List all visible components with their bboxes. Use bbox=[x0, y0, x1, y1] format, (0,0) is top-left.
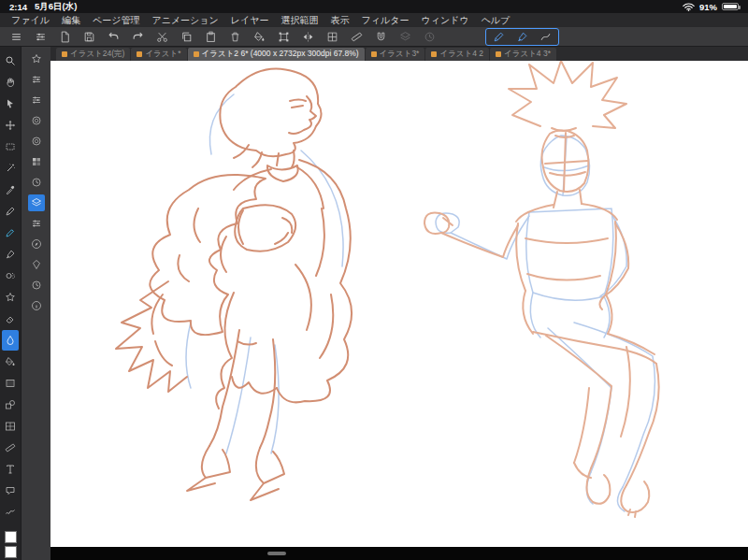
cmd-main-menu[interactable] bbox=[5, 29, 28, 45]
document-tab-label: イラスト24(完) bbox=[70, 49, 124, 60]
cmd-paste[interactable] bbox=[199, 29, 223, 45]
cmd-onion-skin[interactable] bbox=[418, 29, 441, 45]
palette-icon bbox=[31, 197, 42, 208]
menu-item[interactable]: 表示 bbox=[331, 14, 350, 27]
document-tab[interactable]: イラスト4 3* bbox=[490, 48, 556, 61]
menu-item[interactable]: ファイル bbox=[11, 14, 50, 27]
tool-decoration[interactable] bbox=[2, 287, 19, 308]
cmd-icon bbox=[302, 31, 314, 43]
tool-operation[interactable] bbox=[2, 93, 19, 114]
palette-layer[interactable] bbox=[28, 194, 45, 211]
cmd-fill[interactable] bbox=[248, 29, 271, 45]
menu-item[interactable]: 編集 bbox=[62, 14, 80, 27]
menu-item[interactable]: ウィンドウ bbox=[421, 14, 468, 27]
tool-layer-move[interactable] bbox=[2, 115, 19, 136]
cmd-redo[interactable] bbox=[126, 29, 150, 45]
document-tab[interactable]: イラスト2 6* (4000 x 2732px 300dpi 67.8%) bbox=[188, 48, 365, 61]
cmd-icon bbox=[156, 31, 168, 43]
cmd-transform[interactable] bbox=[272, 29, 295, 45]
cmd-snap-special-ruler[interactable] bbox=[369, 29, 393, 45]
cmd-copy[interactable] bbox=[175, 29, 198, 45]
menu-item[interactable]: アニメーション bbox=[151, 14, 218, 27]
tool-shortcut-brush-blue[interactable] bbox=[511, 29, 534, 45]
document-tab[interactable]: イラスト* bbox=[131, 48, 186, 61]
document-tab-label: イラスト3* bbox=[380, 49, 420, 60]
document-thumbnail-icon bbox=[496, 51, 501, 57]
tool-ruler[interactable] bbox=[2, 438, 19, 458]
menu-item[interactable]: レイヤー bbox=[231, 14, 269, 27]
tool-pencil[interactable] bbox=[2, 223, 19, 243]
tool-icon bbox=[5, 507, 16, 518]
tool-blend[interactable] bbox=[2, 330, 19, 351]
tool-pen[interactable] bbox=[2, 201, 19, 222]
palette-color-wheel[interactable] bbox=[28, 133, 45, 150]
cmd-snap-ruler[interactable] bbox=[345, 29, 368, 45]
cmd-flip-horizontal[interactable] bbox=[296, 29, 320, 45]
menu-item[interactable]: フィルター bbox=[362, 14, 410, 27]
tool-gradient[interactable] bbox=[2, 373, 19, 394]
menu-item[interactable]: ヘルプ bbox=[482, 14, 511, 27]
palette-material[interactable] bbox=[28, 256, 45, 273]
document-tab-label: イラスト4 3* bbox=[504, 49, 551, 60]
tool-brush[interactable] bbox=[2, 244, 19, 265]
cmd-cut[interactable] bbox=[151, 29, 174, 45]
tool-eyedropper[interactable] bbox=[2, 179, 19, 200]
palette-tool-property[interactable] bbox=[28, 92, 45, 108]
tool-icon bbox=[5, 98, 16, 109]
tool-line-correction[interactable] bbox=[2, 502, 19, 523]
tool-icon bbox=[5, 292, 16, 303]
battery-percent-text: 91% bbox=[699, 2, 717, 12]
palette-brush-size[interactable] bbox=[28, 112, 45, 129]
cmd-light-table[interactable] bbox=[394, 29, 417, 45]
cmd-undo[interactable] bbox=[102, 29, 125, 45]
document-thumbnail-icon bbox=[371, 51, 377, 57]
cmd-save[interactable] bbox=[78, 29, 101, 45]
cmd-delete[interactable] bbox=[223, 29, 247, 45]
drawing-canvas[interactable] bbox=[50, 61, 748, 547]
tool-eraser[interactable] bbox=[2, 309, 19, 329]
cmd-icon bbox=[35, 31, 47, 43]
tool-figure[interactable] bbox=[2, 395, 19, 415]
menu-item[interactable]: ページ管理 bbox=[93, 14, 139, 27]
palette-color-history[interactable] bbox=[28, 174, 45, 191]
tool-airbrush[interactable] bbox=[2, 266, 19, 286]
tool-shortcut-pen-blue[interactable] bbox=[487, 29, 511, 45]
menu-item[interactable]: 選択範囲 bbox=[281, 14, 319, 27]
palette-navigator[interactable] bbox=[28, 236, 45, 252]
cmd-workspace[interactable] bbox=[29, 29, 52, 45]
document-tab[interactable]: イラスト3* bbox=[366, 48, 425, 61]
document-tab[interactable]: イラスト4 2 bbox=[425, 48, 489, 61]
palette-icon bbox=[31, 156, 42, 167]
tool-icon bbox=[5, 120, 16, 131]
cmd-new-file[interactable] bbox=[53, 29, 77, 45]
tool-frame-border[interactable] bbox=[2, 416, 19, 437]
palette-sub-tool[interactable] bbox=[28, 71, 45, 88]
cmd-icon bbox=[424, 31, 436, 43]
cmd-icon bbox=[229, 31, 241, 43]
main-color-swatch[interactable] bbox=[5, 531, 17, 543]
drag-handle[interactable] bbox=[267, 552, 286, 555]
tool-move-canvas[interactable] bbox=[2, 72, 19, 93]
cmd-grid[interactable] bbox=[321, 29, 344, 45]
palette-color-set[interactable] bbox=[28, 153, 45, 170]
cmd-icon bbox=[351, 31, 363, 43]
document-tab-label: イラスト2 6* (4000 x 2732px 300dpi 67.8%) bbox=[202, 49, 359, 60]
palette-icon bbox=[31, 218, 42, 229]
tool-icon bbox=[5, 270, 16, 281]
tool-auto-select[interactable] bbox=[2, 158, 19, 179]
tool-text[interactable] bbox=[2, 459, 19, 480]
document-tab[interactable]: イラスト24(完) bbox=[56, 48, 130, 61]
tool-balloon[interactable] bbox=[2, 481, 19, 501]
canvas-artwork bbox=[50, 61, 748, 547]
clock-text: 2:14 bbox=[9, 2, 27, 12]
tool-selection[interactable] bbox=[2, 136, 19, 157]
palette-quick-access[interactable] bbox=[28, 50, 45, 67]
palette-information[interactable] bbox=[28, 297, 45, 314]
tool-shortcut-curve[interactable] bbox=[534, 29, 557, 45]
palette-layer-property[interactable] bbox=[28, 215, 45, 232]
tool-icon bbox=[5, 141, 16, 152]
tool-fill[interactable] bbox=[2, 352, 19, 372]
palette-history[interactable] bbox=[28, 277, 45, 294]
sub-color-swatch[interactable] bbox=[5, 546, 17, 558]
tool-zoom[interactable] bbox=[2, 50, 19, 71]
